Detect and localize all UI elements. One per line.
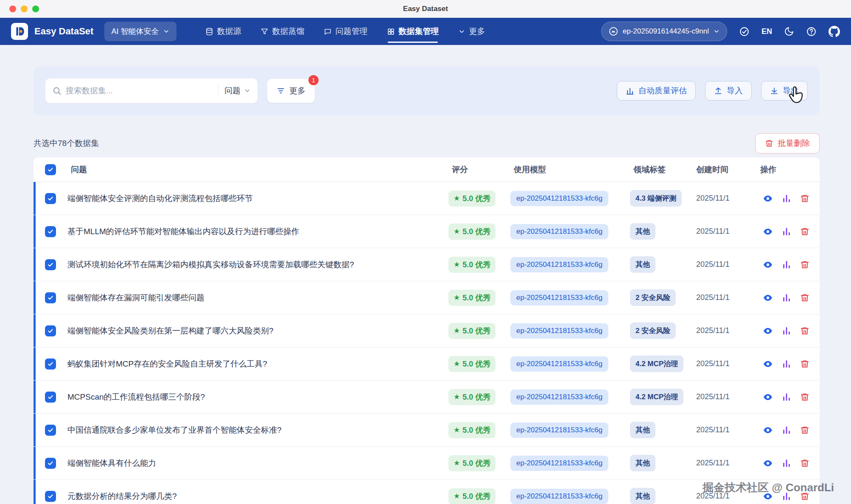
delete-icon[interactable]: [800, 293, 809, 302]
search-type-label: 问题: [224, 85, 241, 96]
domain-tag-badge: 4.3 端侧评测: [630, 190, 682, 207]
table-row: 测试环境初始化环节在隔离沙箱内模拟真实移动设备环境需要加载哪些关键数据? ★ 5…: [34, 248, 820, 281]
chevron-down-icon: [244, 87, 251, 94]
chart-icon[interactable]: [782, 260, 791, 269]
nav-item-label: 数据源: [217, 26, 241, 37]
chart-icon[interactable]: [782, 227, 791, 236]
bulk-delete-label: 批量删除: [778, 138, 810, 149]
export-button[interactable]: 导出: [761, 81, 808, 101]
created-date: 2025/11/1: [693, 326, 730, 335]
project-selector[interactable]: AI 智能体安全: [104, 22, 176, 41]
github-icon[interactable]: [829, 26, 840, 37]
help-icon[interactable]: [806, 26, 817, 37]
delete-icon[interactable]: [800, 260, 809, 269]
score-badge: ★ 5.0 优秀: [448, 323, 495, 339]
delete-icon[interactable]: [800, 227, 809, 236]
row-checkbox[interactable]: [45, 259, 56, 270]
nav-item-distill[interactable]: 数据蒸馏: [260, 26, 304, 37]
question-text: 基于MLLM的评估环节能对智能体输出内容以及行为进行哪些操作: [67, 227, 308, 236]
view-icon[interactable]: [763, 458, 773, 468]
more-filters-button[interactable]: 更多 1: [267, 78, 315, 103]
row-checkbox[interactable]: [45, 226, 56, 237]
row-checkbox[interactable]: [45, 491, 56, 502]
score-value: 5.0 优秀: [462, 491, 490, 501]
delete-icon[interactable]: [800, 359, 809, 369]
row-checkbox[interactable]: [45, 358, 56, 370]
model-badge: ep-20250412181533-kfc6g: [510, 191, 608, 206]
view-icon[interactable]: [763, 392, 773, 402]
chart-icon[interactable]: [782, 459, 791, 468]
star-icon: ★: [453, 260, 460, 269]
chart-icon[interactable]: [782, 194, 791, 203]
star-icon: ★: [453, 293, 460, 302]
header-model: 使用模型: [510, 164, 630, 175]
search-type-select[interactable]: 问题: [218, 84, 251, 98]
chart-icon[interactable]: [782, 293, 791, 302]
auto-quality-label: 自动质量评估: [638, 85, 687, 96]
chart-icon[interactable]: [782, 392, 791, 402]
select-all-checkbox[interactable]: [45, 164, 56, 175]
view-icon[interactable]: [763, 359, 773, 369]
bulk-delete-button[interactable]: 批量删除: [755, 133, 820, 154]
view-icon[interactable]: [763, 227, 773, 237]
row-checkbox[interactable]: [45, 325, 56, 336]
nav-item-datasets[interactable]: 数据集管理: [387, 26, 439, 37]
auto-quality-button[interactable]: 自动质量评估: [617, 81, 696, 101]
search-input[interactable]: [66, 86, 214, 95]
view-icon[interactable]: [763, 326, 773, 336]
database-icon: [205, 28, 213, 36]
chat-bubble-icon: [324, 28, 332, 36]
view-icon[interactable]: [763, 293, 773, 303]
chart-icon[interactable]: [782, 426, 791, 435]
language-toggle[interactable]: EN: [761, 27, 772, 36]
row-checkbox[interactable]: [45, 193, 56, 204]
row-checkbox[interactable]: [45, 425, 56, 436]
delete-icon[interactable]: [800, 426, 809, 435]
app-logo-icon[interactable]: [11, 23, 28, 40]
score-value: 5.0 优秀: [462, 260, 490, 270]
view-icon[interactable]: [763, 260, 773, 270]
score-badge: ★ 5.0 优秀: [448, 190, 495, 207]
export-label: 导出: [783, 85, 799, 96]
domain-tag-badge: 其他: [630, 488, 655, 504]
score-value: 5.0 优秀: [462, 392, 490, 402]
table-row: 中国信通院联合多少家单位发布了业界首个智能体安全标准? ★ 5.0 优秀 ep-…: [34, 414, 820, 447]
row-checkbox[interactable]: [45, 458, 56, 469]
search-icon: [52, 86, 62, 95]
model-provider-icon: [608, 26, 619, 36]
table-row: MCPScan的工作流程包括哪三个阶段? ★ 5.0 优秀 ep-2025041…: [34, 381, 820, 414]
created-date: 2025/11/1: [693, 359, 730, 368]
score-badge: ★ 5.0 优秀: [448, 488, 495, 504]
row-checkbox[interactable]: [45, 292, 56, 303]
score-value: 5.0 优秀: [462, 425, 490, 435]
watermark: 掘金技术社区 @ ConardLi: [703, 480, 834, 495]
row-checkbox[interactable]: [45, 392, 56, 403]
more-filters-label: 更多: [289, 85, 305, 96]
task-status-icon[interactable]: [739, 26, 750, 37]
table-row: 端侧智能体安全风险类别在第一层构建了哪六大风险类别? ★ 5.0 优秀 ep-2…: [34, 314, 820, 347]
question-text: 中国信通院联合多少家单位发布了业界首个智能体安全标准?: [67, 426, 290, 434]
nav-item-more[interactable]: 更多: [458, 26, 485, 37]
header-actions: 操作: [757, 164, 820, 175]
model-badge: ep-20250412181533-kfc6g: [510, 456, 608, 471]
delete-icon[interactable]: [800, 459, 809, 468]
chart-icon[interactable]: [782, 326, 791, 336]
header-tag: 领域标签: [630, 164, 693, 175]
delete-icon[interactable]: [800, 392, 809, 402]
chart-icon[interactable]: [782, 359, 791, 369]
delete-icon[interactable]: [800, 326, 809, 336]
nav-item-datasource[interactable]: 数据源: [205, 26, 241, 37]
model-selector-label: ep-20250916144245-c9nnl: [623, 27, 709, 36]
question-text: 蚂蚁集团针对MCP存在的安全风险自主研发了什么工具?: [67, 359, 276, 368]
nav-item-questions[interactable]: 问题管理: [324, 26, 367, 37]
model-selector[interactable]: ep-20250916144245-c9nnl: [601, 22, 727, 41]
brand-name: Easy DataSet: [34, 26, 93, 37]
table-row: 元数据分析的结果分为哪几类? ★ 5.0 优秀 ep-2025041218153…: [34, 480, 820, 504]
dark-mode-moon-icon[interactable]: [784, 26, 794, 36]
import-button[interactable]: 导入: [705, 81, 752, 101]
domain-tag-badge: 2 安全风险: [630, 322, 676, 339]
view-icon[interactable]: [763, 425, 773, 435]
created-date: 2025/11/1: [693, 293, 730, 302]
view-icon[interactable]: [763, 193, 773, 204]
delete-icon[interactable]: [800, 194, 809, 203]
